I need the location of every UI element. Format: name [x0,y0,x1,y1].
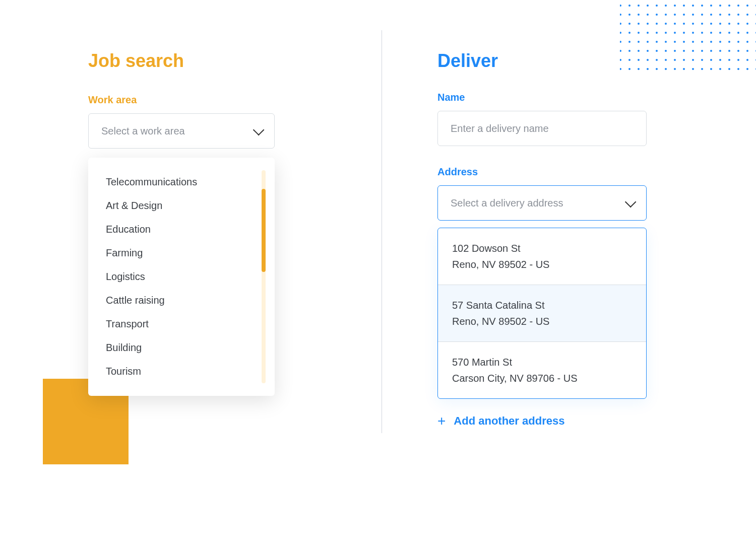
address-placeholder: Select a delivery address [451,197,563,209]
address-line-1: 102 Dowson St [452,240,632,256]
address-line-2: Reno, NV 89502 - US [452,313,632,329]
name-label: Name [437,92,680,103]
work-area-option[interactable]: Transport [88,312,275,336]
work-area-option[interactable]: Logistics [88,265,275,289]
address-option[interactable]: 57 Santa Catalina StReno, NV 89502 - US [438,285,646,342]
work-area-option[interactable]: Building [88,336,275,360]
deliver-panel: Deliver Name Address Select a delivery a… [382,0,756,554]
work-area-option[interactable]: Tourism [88,360,275,383]
delivery-name-input[interactable] [437,111,647,146]
scrollbar-thumb[interactable] [262,189,266,272]
chevron-down-icon [625,196,637,208]
address-option[interactable]: 570 Martin StCarson City, NV 89706 - US [438,342,646,398]
address-select[interactable]: Select a delivery address [437,185,647,221]
address-line-2: Carson City, NV 89706 - US [452,370,632,386]
address-line-1: 57 Santa Catalina St [452,297,632,313]
add-address-button[interactable]: + Add another address [437,414,680,428]
address-dropdown: 102 Dowson StReno, NV 89502 - US57 Santa… [437,228,647,399]
work-area-option[interactable]: Cattle raising [88,289,275,312]
address-option[interactable]: 102 Dowson StReno, NV 89502 - US [438,228,646,285]
work-area-option[interactable]: Telecommunications [88,170,275,194]
chevron-down-icon [253,124,265,136]
plus-icon: + [437,414,446,428]
address-label: Address [437,166,680,178]
work-area-option[interactable]: Art & Design [88,194,275,218]
work-area-label: Work area [88,94,331,106]
add-address-label: Add another address [454,414,564,428]
work-area-select[interactable]: Select a work area [88,113,275,149]
work-area-placeholder: Select a work area [101,125,185,137]
address-line-1: 570 Martin St [452,354,632,370]
job-search-panel: Job search Work area Select a work area … [0,0,382,554]
deliver-title: Deliver [437,50,680,72]
work-area-dropdown: TelecommunicationsArt & DesignEducationF… [88,158,275,396]
job-search-title: Job search [88,50,331,72]
address-line-2: Reno, NV 89502 - US [452,256,632,272]
work-area-option[interactable]: Education [88,218,275,241]
work-area-option[interactable]: Farming [88,241,275,265]
